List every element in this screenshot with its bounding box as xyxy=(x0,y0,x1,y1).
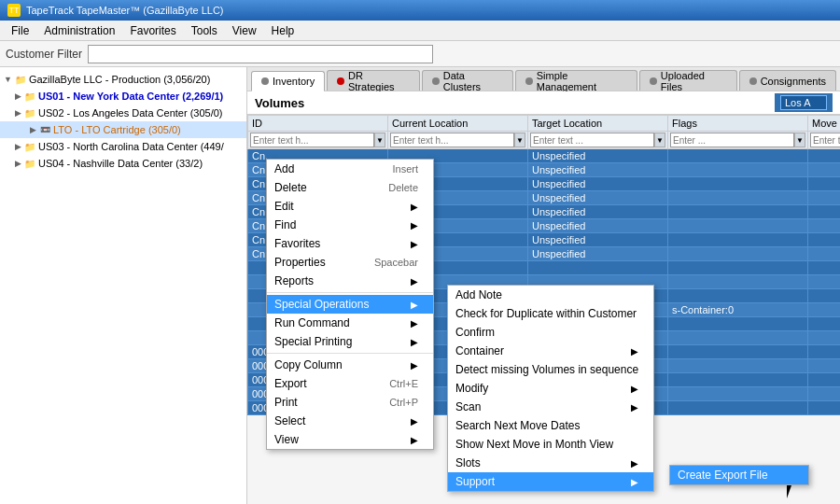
volumes-header: Volumes xyxy=(255,96,304,110)
expand-icon-us04: ▶ xyxy=(15,159,21,168)
tab-simple-management[interactable]: Simple Management xyxy=(515,70,637,91)
filter-btn-target[interactable]: ▼ xyxy=(654,133,665,147)
sub-scan[interactable]: Scan ▶ xyxy=(448,398,653,416)
tab-dot-clusters xyxy=(432,77,440,85)
tab-dot-dr xyxy=(337,77,344,85)
ctx-view[interactable]: View ▶ xyxy=(267,430,433,449)
expand-icon-us01: ▶ xyxy=(15,91,21,101)
filter-btn-flags[interactable]: ▼ xyxy=(794,133,805,147)
col-id: ID xyxy=(248,116,388,132)
folder-icon-us04: 📁 xyxy=(23,157,36,170)
col-move-time: Move Time xyxy=(808,116,841,132)
app-title: TapeTrack TapeMaster™ (GazillaByte LLC) xyxy=(26,5,224,16)
ctx-special-printing[interactable]: Special Printing ▶ xyxy=(267,332,433,351)
tab-consignments[interactable]: Consignments xyxy=(739,70,836,91)
app-icon: TT xyxy=(7,4,21,17)
tree-item-us03[interactable]: ▶ 📁 US03 - North Carolina Data Center (4… xyxy=(0,138,246,155)
tree-label-root: GazillaByte LLC - Production (3,056/20) xyxy=(29,74,210,85)
menu-bar: File Administration Favorites Tools View… xyxy=(0,21,840,41)
tab-label-clusters: Data Clusters xyxy=(443,70,503,92)
expand-icon-lto: ▶ xyxy=(30,125,36,134)
tree-label-us03: US03 - North Carolina Data Center (449/ xyxy=(38,141,224,152)
ctx-special-operations[interactable]: Special Operations ▶ xyxy=(267,295,433,314)
tree-panel: ▼ 📁 GazillaByte LLC - Production (3,056/… xyxy=(0,67,247,504)
sub-check-duplicate[interactable]: Check for Duplicate within Customer xyxy=(448,304,653,323)
tab-dot-inventory xyxy=(261,77,269,85)
tab-dr-strategies[interactable]: DR Strategies xyxy=(327,70,420,91)
table-header-row: ID Current Location Target Location Flag… xyxy=(248,116,841,132)
filter-id[interactable] xyxy=(250,133,374,147)
filter-btn-id[interactable]: ▼ xyxy=(374,133,385,147)
tree-item-us04[interactable]: ▶ 📁 US04 - Nashville Data Center (33/2) xyxy=(0,155,246,172)
col-flags: Flags xyxy=(668,116,808,132)
menu-file[interactable]: File xyxy=(4,22,36,39)
customer-filter-bar: Customer Filter xyxy=(0,41,840,67)
tab-label-uploaded: Uploaded Files xyxy=(661,70,727,92)
folder-icon-us01: 📁 xyxy=(23,90,36,103)
tree-label-us04: US04 - Nashville Data Center (33/2) xyxy=(38,158,203,169)
filter-flags[interactable] xyxy=(670,133,794,147)
sub-slots[interactable]: Slots ▶ xyxy=(448,454,653,472)
ctx-run-command[interactable]: Run Command ▶ xyxy=(267,314,433,332)
submenu-support[interactable]: Create Export File xyxy=(669,465,809,485)
folder-icon-us02: 📁 xyxy=(23,106,36,119)
ctx-add[interactable]: Add Insert xyxy=(267,160,433,178)
col-current-location: Current Location xyxy=(388,116,528,132)
ctx-edit[interactable]: Edit ▶ xyxy=(267,197,433,216)
menu-view[interactable]: View xyxy=(225,22,264,39)
tree-item-lto[interactable]: ▶ 📼 LTO - LTO Cartridge (305/0) xyxy=(0,121,246,138)
tab-data-clusters[interactable]: Data Clusters xyxy=(422,70,513,91)
expand-icon-root: ▼ xyxy=(4,75,12,84)
tab-uploaded-files[interactable]: Uploaded Files xyxy=(639,70,737,91)
tree-item-us01[interactable]: ▶ 📁 US01 - New York Data Center (2,269/1… xyxy=(0,88,246,105)
tab-inventory[interactable]: Inventory xyxy=(251,71,325,91)
ctx-separator-2 xyxy=(267,353,433,354)
menu-help[interactable]: Help xyxy=(264,22,302,39)
tree-label-us02: US02 - Los Angeles Data Center (305/0) xyxy=(38,107,223,119)
menu-tools[interactable]: Tools xyxy=(184,22,225,39)
ctx-delete[interactable]: Delete Delete xyxy=(267,178,433,197)
tab-dot-simple xyxy=(525,77,533,85)
search-bar xyxy=(775,93,833,112)
submenu-special-operations[interactable]: Add Note Check for Duplicate within Cust… xyxy=(447,285,654,492)
sub-container[interactable]: Container ▶ xyxy=(448,342,653,360)
ctx-favorites[interactable]: Favorites ▶ xyxy=(267,234,433,253)
search-input[interactable] xyxy=(780,95,827,110)
sub-detect-missing[interactable]: Detect missing Volumes in sequence xyxy=(448,360,653,379)
tree-item-us02[interactable]: ▶ 📁 US02 - Los Angeles Data Center (305/… xyxy=(0,105,246,121)
menu-administration[interactable]: Administration xyxy=(36,22,122,39)
ctx-export[interactable]: Export Ctrl+E xyxy=(267,374,433,393)
filter-move-time[interactable] xyxy=(810,133,840,147)
menu-favorites[interactable]: Favorites xyxy=(122,22,183,39)
sub-show-next-move[interactable]: Show Next Move in Month View xyxy=(448,435,653,454)
tabs-bar: Inventory DR Strategies Data Clusters Si… xyxy=(247,67,840,91)
filter-current[interactable] xyxy=(390,133,514,147)
filter-btn-current[interactable]: ▼ xyxy=(514,133,525,147)
tab-dot-consignments xyxy=(749,77,757,85)
filter-target[interactable] xyxy=(530,133,654,147)
ctx-reports[interactable]: Reports ▶ xyxy=(267,272,433,290)
sub-add-note[interactable]: Add Note xyxy=(448,286,653,304)
title-bar: TT TapeTrack TapeMaster™ (GazillaByte LL… xyxy=(0,0,840,21)
tab-label-consignments: Consignments xyxy=(761,76,826,87)
context-menu[interactable]: Add Insert Delete Delete Edit ▶ Find ▶ F… xyxy=(266,159,434,450)
tree-label-lto: LTO - LTO Cartridge (305/0) xyxy=(53,124,181,135)
sub2-create-export-file[interactable]: Create Export File xyxy=(670,466,808,484)
col-target-location: Target Location xyxy=(528,116,668,132)
sub-support[interactable]: Support ▶ xyxy=(448,472,653,491)
tab-label-inventory: Inventory xyxy=(273,76,315,87)
sub-modify[interactable]: Modify ▶ xyxy=(448,379,653,398)
tab-dot-uploaded xyxy=(650,77,657,85)
ctx-print[interactable]: Print Ctrl+P xyxy=(267,393,433,412)
sub-search-next-move[interactable]: Search Next Move Dates xyxy=(448,416,653,435)
sub-confirm[interactable]: Confirm xyxy=(448,323,653,342)
tree-item-root[interactable]: ▼ 📁 GazillaByte LLC - Production (3,056/… xyxy=(0,71,246,88)
ctx-properties[interactable]: Properties Spacebar xyxy=(267,253,433,272)
filter-row: ▼ ▼ ▼ ▼ ▼ ▼ ▼ ▼ ▼ xyxy=(248,132,841,149)
ctx-separator-1 xyxy=(267,292,433,293)
ctx-select[interactable]: Select ▶ xyxy=(267,412,433,430)
customer-filter-input[interactable] xyxy=(88,45,433,63)
ctx-copy-column[interactable]: Copy Column ▶ xyxy=(267,356,433,374)
folder-icon-us03: 📁 xyxy=(23,140,36,153)
ctx-find[interactable]: Find ▶ xyxy=(267,216,433,234)
